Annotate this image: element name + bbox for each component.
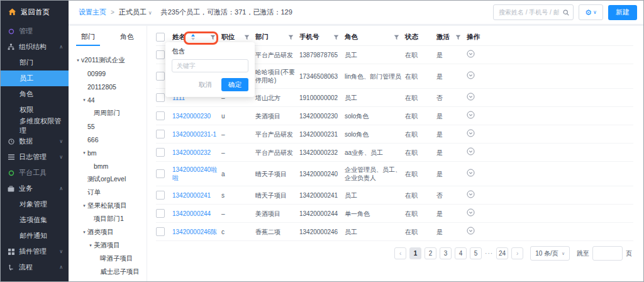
filter-icon[interactable] xyxy=(244,35,250,40)
employee-name-link[interactable]: 13420000232 xyxy=(172,149,211,156)
circle-chevron-down-icon[interactable] xyxy=(467,147,475,155)
filter-icon[interactable] xyxy=(455,35,461,40)
sidebar-item-permission[interactable]: 权限 xyxy=(1,102,69,118)
sidebar-item-role[interactable]: 角色 xyxy=(1,86,69,102)
sidebar-item-log-management[interactable]: 日志管理 xyxy=(1,149,69,165)
tree-node[interactable]: v2011测试企业 xyxy=(69,54,147,67)
filter-confirm-button[interactable]: 确定 xyxy=(221,78,248,91)
row-checkbox[interactable] xyxy=(156,50,165,59)
sidebar-item-email-notification[interactable]: 邮件通知 xyxy=(1,228,69,244)
employee-name-link[interactable]: 13420000246陈 xyxy=(172,228,217,235)
tree-node[interactable]: 啤酒子项目 xyxy=(69,252,147,265)
row-checkbox[interactable] xyxy=(156,191,165,200)
filter-icon[interactable] xyxy=(333,35,339,40)
filter-icon[interactable] xyxy=(394,35,399,40)
row-checkbox[interactable] xyxy=(156,111,165,120)
tree-node[interactable]: 44 xyxy=(69,93,147,106)
sidebar-home-link[interactable]: 返回首页 xyxy=(1,1,69,23)
tree-node[interactable]: 品牌酒项目 xyxy=(69,278,147,282)
row-checkbox[interactable] xyxy=(156,72,165,81)
circle-chevron-down-icon[interactable] xyxy=(467,129,475,137)
cell-role: solo角色 xyxy=(345,125,405,144)
sidebar-item-option-value-set[interactable]: 选项值集 xyxy=(1,212,69,228)
pagination-prev-button[interactable]: ‹ xyxy=(394,247,406,259)
circle-chevron-down-icon[interactable] xyxy=(467,50,475,58)
filter-keyword-input[interactable] xyxy=(172,59,248,72)
pagination-page-1[interactable]: 1 xyxy=(409,247,421,259)
name-filter-popup: 包含 取消 确定 xyxy=(165,42,255,97)
breadcrumb-home-link[interactable]: 设置主页 xyxy=(79,8,106,17)
row-checkbox[interactable] xyxy=(156,227,165,236)
jump-input[interactable] xyxy=(592,246,623,261)
pagination-page-3[interactable]: 3 xyxy=(440,247,452,259)
filter-icon[interactable] xyxy=(210,35,216,40)
employee-name-link[interactable]: 13420000240啦啦 xyxy=(172,166,217,181)
tree-node[interactable]: 项目部门1 xyxy=(69,212,147,225)
circle-chevron-down-icon[interactable] xyxy=(467,93,475,101)
circle-chevron-down-icon[interactable] xyxy=(467,190,475,198)
tree-node[interactable]: 威士忌子项目 xyxy=(69,265,147,278)
tree-node[interactable]: 周周部门 xyxy=(69,106,147,120)
page-size-select[interactable]: 10 条/页 xyxy=(530,246,570,261)
search-input[interactable] xyxy=(497,8,560,16)
select-all-checkbox[interactable] xyxy=(156,33,165,42)
sort-icon[interactable] xyxy=(191,34,195,40)
cell-status: 在职 xyxy=(405,205,436,223)
breadcrumb-current-dropdown[interactable]: 正式员工 xyxy=(119,8,152,17)
row-checkbox[interactable] xyxy=(156,209,165,218)
employee-name-link[interactable]: 13420000230 xyxy=(172,113,211,120)
sidebar-item-data[interactable]: 数据 xyxy=(1,133,69,149)
tree-node[interactable]: 55 xyxy=(69,120,147,133)
tree-node[interactable]: bm xyxy=(69,146,147,159)
tree-node[interactable]: 坚果松鼠项目 xyxy=(69,199,147,212)
sidebar-item-business[interactable]: 业务 xyxy=(1,181,69,196)
pagination-ellipsis[interactable]: ··· xyxy=(485,250,493,257)
row-checkbox[interactable] xyxy=(156,148,165,157)
circle-chevron-down-icon[interactable] xyxy=(467,208,475,217)
tree-node-label: bm xyxy=(87,149,97,157)
employee-name-link[interactable]: 13420000231-1 xyxy=(172,131,216,138)
row-checkbox[interactable] xyxy=(156,93,165,102)
tree-node[interactable]: 666 xyxy=(69,133,147,146)
tab-department[interactable]: 部门 xyxy=(69,32,108,46)
pagination-page-2[interactable]: 2 xyxy=(425,247,436,259)
pagination-page-4[interactable]: 4 xyxy=(455,247,467,259)
tree-node[interactable]: bmm xyxy=(69,159,147,172)
pagination-next-button[interactable]: › xyxy=(511,247,523,259)
pagination-page-24[interactable]: 24 xyxy=(496,247,508,259)
employee-name-link[interactable]: 13420000244 xyxy=(172,210,211,217)
sidebar-item-org-structure[interactable]: 组织结构 xyxy=(1,39,69,55)
new-button[interactable]: 新建 xyxy=(608,5,637,20)
pagination-page-5[interactable]: 5 xyxy=(470,247,482,259)
sidebar-item-management[interactable]: 管理 xyxy=(1,23,69,39)
circle-chevron-down-icon[interactable] xyxy=(467,71,475,79)
sidebar-item-object-management[interactable]: 对象管理 xyxy=(1,196,69,212)
tab-role[interactable]: 角色 xyxy=(108,32,147,46)
tree-tabs: 部门角色 xyxy=(69,32,147,46)
tree-node[interactable]: 美酒项目 xyxy=(69,239,147,252)
sidebar-item-plugin-management[interactable]: 插件管理 xyxy=(1,244,69,259)
cell-activated: 是 xyxy=(436,205,467,223)
circle-chevron-down-icon[interactable] xyxy=(467,169,475,177)
sidebar-item-platform-tools[interactable]: 平台工具 xyxy=(1,165,69,181)
table-row: 13420000231-1–平台产品研发13420000231solo角色在职是 xyxy=(156,125,633,144)
employee-name-link[interactable]: 13420000241 xyxy=(172,192,211,199)
tree-node[interactable]: 20112805 xyxy=(69,80,147,93)
circle-chevron-down-icon[interactable] xyxy=(467,111,475,119)
row-checkbox[interactable] xyxy=(156,169,165,178)
hierarchy-icon xyxy=(7,43,15,50)
sidebar-item-multi-dimension-permission[interactable]: 多维度权限管理 xyxy=(1,118,69,133)
circle-chevron-down-icon[interactable] xyxy=(467,227,475,235)
filter-cancel-button[interactable]: 取消 xyxy=(195,80,216,90)
tree-node[interactable]: 酒类项目 xyxy=(69,225,147,239)
row-checkbox[interactable] xyxy=(156,130,165,138)
filter-icon[interactable] xyxy=(288,35,294,40)
settings-dropdown-button[interactable]: ⚙ xyxy=(579,4,603,20)
cell-department: 平台产品研发 xyxy=(255,125,299,144)
tree-node[interactable]: 测试orgLevel xyxy=(69,172,147,186)
tree-node[interactable]: 订单 xyxy=(69,186,147,199)
sidebar-item-workflow[interactable]: 流程 xyxy=(1,259,69,275)
sidebar-item-department[interactable]: 部门 xyxy=(1,55,69,70)
sidebar-item-employee[interactable]: 员工 xyxy=(1,70,69,86)
tree-node[interactable]: 00999 xyxy=(69,67,147,80)
